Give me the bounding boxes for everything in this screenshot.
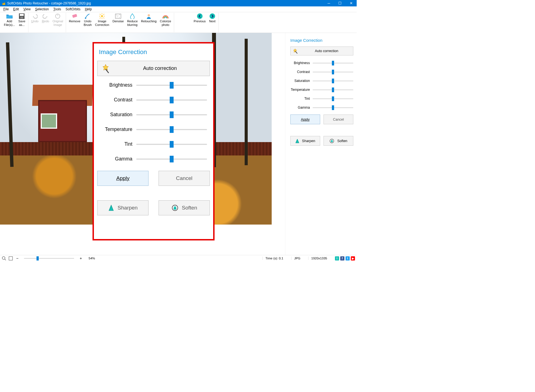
wand-icon (100, 64, 111, 74)
side-apply-button[interactable]: Apply (290, 115, 320, 124)
zoom-out-icon[interactable]: − (15, 256, 20, 260)
youtube-icon[interactable]: ▶ (351, 256, 355, 260)
undo-label: Undo (31, 20, 38, 23)
brightness-slider[interactable] (136, 85, 207, 86)
save-as-label: Save as... (18, 20, 25, 26)
colorize-photo-button[interactable]: Colorize photo (158, 13, 173, 32)
twitter-icon[interactable]: t (346, 256, 350, 260)
undo-button[interactable]: Undo (30, 13, 40, 32)
reduce-blurring-button[interactable]: Reduce blurring (125, 13, 139, 32)
side-auto-correction-label: Auto correction (300, 49, 353, 53)
svg-rect-30 (9, 257, 13, 260)
svg-point-5 (85, 18, 86, 19)
original-image-button[interactable]: Original Image (51, 13, 65, 32)
svg-point-21 (148, 14, 150, 16)
info-icon[interactable]: i (335, 256, 339, 260)
side-cancel-button[interactable]: Cancel (324, 115, 353, 124)
svg-rect-2 (20, 17, 23, 18)
close-button[interactable]: ✕ (346, 0, 357, 6)
save-as-button[interactable]: Save as... (17, 13, 27, 32)
zoom-tool-icon[interactable] (2, 256, 6, 260)
face-icon (145, 13, 152, 19)
svg-point-17 (118, 16, 118, 16)
sharpen-button[interactable]: Sharpen (97, 200, 149, 215)
brightness-slider-row: Brightness (97, 82, 210, 88)
side-brightness-slider[interactable] (313, 63, 353, 64)
window-title: SoftOrbits Photo Retoucher - cottage-297… (7, 1, 323, 5)
image-correction-dialog: Image Correction Auto correction Brightn… (93, 42, 215, 240)
svg-rect-4 (72, 14, 77, 18)
minimize-button[interactable]: ─ (323, 0, 334, 6)
soften-icon (329, 138, 334, 143)
saturation-slider-row: Saturation (97, 112, 210, 118)
gamma-slider-row: Gamma (97, 156, 210, 162)
apply-button[interactable]: Apply (97, 171, 149, 186)
side-saturation-slider[interactable] (313, 81, 353, 81)
previous-button[interactable]: Previous (192, 13, 207, 32)
window-titlebar: SoftOrbits Photo Retoucher - cottage-297… (0, 0, 357, 6)
auto-correction-button[interactable]: Auto correction (97, 61, 210, 76)
next-icon (209, 13, 216, 19)
sun-icon (99, 13, 105, 19)
drop-icon (129, 13, 136, 19)
svg-point-23 (210, 13, 215, 19)
temperature-label: Temperature (97, 126, 136, 132)
contrast-label: Contrast (97, 97, 136, 103)
remove-button[interactable]: Remove (67, 13, 82, 32)
side-temperature-slider[interactable] (313, 89, 353, 90)
side-contrast-label: Contrast (290, 70, 313, 74)
floppy-icon (18, 13, 25, 19)
zoom-percent: 54% (89, 257, 95, 260)
redo-button[interactable]: Redo (40, 13, 51, 32)
original-image-label: Original Image (52, 20, 63, 26)
side-auto-correction-button[interactable]: Auto correction (290, 47, 353, 55)
side-tint-slider[interactable] (313, 98, 353, 99)
side-panel: Image Correction Auto correction Brightn… (285, 33, 357, 255)
sharpen-icon (108, 204, 114, 211)
menu-help[interactable]: Help (83, 7, 94, 12)
retouching-button[interactable]: Retouching (139, 13, 158, 32)
zoom-slider[interactable] (24, 258, 74, 259)
brush-icon (84, 13, 91, 19)
image-correction-label: Image Correction (95, 20, 109, 26)
menu-edit[interactable]: Edit (11, 7, 21, 12)
next-button[interactable]: Next (207, 13, 217, 32)
undo-icon (31, 13, 38, 19)
menu-view[interactable]: View (21, 7, 33, 12)
menu-tools[interactable]: Tools (51, 7, 63, 12)
facebook-icon[interactable]: f (340, 256, 344, 260)
reduce-blurring-label: Reduce blurring (127, 20, 138, 26)
temperature-slider-row: Temperature (97, 126, 210, 132)
side-apply-label: Apply (301, 118, 310, 121)
side-sharpen-button[interactable]: Sharpen (290, 136, 320, 146)
dialog-title: Image Correction (99, 48, 210, 56)
menu-softorbits[interactable]: SoftOrbits (63, 7, 82, 12)
add-files-label: Add File(s)... (4, 20, 15, 26)
denoise-button[interactable]: Denoise (111, 13, 125, 32)
folder-open-icon (6, 13, 13, 19)
add-files-button[interactable]: Add File(s)... (2, 13, 17, 32)
maximize-button[interactable]: ☐ (334, 0, 346, 6)
menu-selection[interactable]: Selection (33, 7, 51, 12)
cancel-button[interactable]: Cancel (159, 171, 210, 186)
saturation-slider[interactable] (136, 114, 207, 115)
gamma-slider[interactable] (136, 159, 207, 160)
sharpen-label: Sharpen (118, 205, 138, 211)
side-soften-label: Soften (337, 139, 347, 143)
contrast-slider[interactable] (136, 99, 207, 101)
soften-button[interactable]: Soften (159, 200, 210, 215)
undo-brush-button[interactable]: Undo Brush (82, 13, 93, 32)
side-gamma-slider[interactable] (313, 107, 353, 108)
side-contrast-slider[interactable] (313, 72, 353, 72)
zoom-in-icon[interactable]: + (79, 256, 83, 260)
tint-slider[interactable] (136, 144, 207, 145)
svg-point-28 (2, 257, 5, 259)
side-tint-label: Tint (290, 97, 313, 101)
svg-rect-1 (20, 14, 24, 16)
contrast-slider-row: Contrast (97, 97, 210, 103)
temperature-slider[interactable] (136, 129, 207, 130)
menu-file[interactable]: File (1, 7, 11, 12)
fit-screen-icon[interactable] (8, 256, 13, 260)
side-soften-button[interactable]: Soften (324, 136, 353, 146)
image-correction-button[interactable]: Image Correction (93, 13, 111, 32)
